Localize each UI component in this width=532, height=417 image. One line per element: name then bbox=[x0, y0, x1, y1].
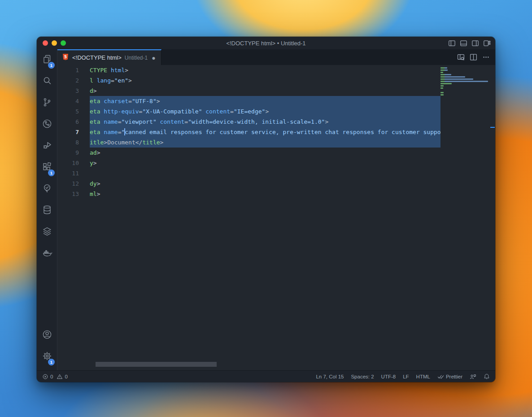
overview-ruler[interactable] bbox=[490, 65, 495, 370]
tab-label: <!DOCTYPE html> bbox=[72, 54, 122, 61]
line-number: 13 bbox=[57, 189, 90, 199]
modified-dot-icon[interactable]: ● bbox=[152, 54, 155, 61]
code-line[interactable]: 3d> bbox=[57, 86, 440, 96]
customize-layout-icon[interactable] bbox=[483, 39, 491, 47]
window-title: <!DOCTYPE html> • Untitled-1 bbox=[226, 40, 305, 47]
minimize-button[interactable] bbox=[52, 40, 57, 46]
code-line[interactable]: 12dy> bbox=[57, 178, 440, 189]
code-lines: 1CTYPE html>2l lang="en">3d>4eta charset… bbox=[57, 65, 440, 199]
html5-file-icon: 5 bbox=[62, 53, 69, 62]
code-line[interactable]: 13ml> bbox=[57, 189, 440, 199]
line-text: eta charset="UTF-8"> bbox=[90, 96, 440, 106]
feedback-icon[interactable] bbox=[470, 374, 476, 380]
minimap-line bbox=[440, 92, 444, 93]
sidebar-item-extensions[interactable]: 1 bbox=[37, 157, 57, 178]
line-text: eta name="canned email responses for cus… bbox=[90, 127, 440, 137]
run-debug-icon bbox=[42, 140, 52, 152]
code-line[interactable]: 6eta name="viewport" content="width=devi… bbox=[57, 117, 440, 127]
minimap-line bbox=[440, 83, 452, 84]
line-text: CTYPE html> bbox=[90, 65, 440, 75]
toggle-panel-icon[interactable] bbox=[460, 39, 467, 47]
code-line[interactable]: 4eta charset="UTF-8"> bbox=[57, 96, 440, 106]
line-number: 10 bbox=[57, 158, 90, 168]
line-number: 2 bbox=[57, 75, 90, 86]
line-text bbox=[90, 168, 440, 178]
double-check-icon bbox=[437, 374, 444, 379]
line-number: 12 bbox=[57, 178, 90, 189]
open-preview-icon[interactable] bbox=[457, 53, 465, 61]
extensions-badge: 1 bbox=[48, 169, 55, 176]
line-number: 1 bbox=[57, 65, 90, 75]
minimap[interactable] bbox=[440, 65, 490, 370]
code-line[interactable]: 8itle>Document</title> bbox=[57, 137, 440, 148]
problems-indicator[interactable]: 0 0 bbox=[42, 374, 68, 380]
warning-icon bbox=[57, 374, 63, 380]
sidebar-item-accounts[interactable] bbox=[37, 325, 57, 346]
tab-bar: 5 <!DOCTYPE html> Untitled-1 ● bbox=[57, 49, 495, 65]
toggle-secondary-sidebar-icon[interactable] bbox=[471, 39, 479, 47]
sidebar-item-run-debug[interactable] bbox=[37, 135, 57, 157]
code-line[interactable]: 10y> bbox=[57, 158, 440, 168]
code-line[interactable]: 2l lang="en"> bbox=[57, 75, 440, 86]
sidebar-item-git-graph[interactable] bbox=[37, 114, 57, 135]
code-line[interactable]: 7eta name="canned email responses for cu… bbox=[57, 127, 440, 137]
minimap-line bbox=[440, 67, 447, 69]
search-icon bbox=[42, 75, 52, 88]
minimap-line bbox=[440, 94, 444, 96]
git-graph-icon bbox=[42, 118, 52, 131]
code-line[interactable]: 11 bbox=[57, 168, 440, 178]
minimap-line bbox=[440, 87, 443, 89]
sidebar-item-database[interactable] bbox=[37, 200, 57, 222]
line-number: 7 bbox=[57, 127, 90, 137]
settings-badge: 1 bbox=[48, 359, 55, 365]
status-eol[interactable]: LF bbox=[403, 374, 409, 379]
bell-icon[interactable] bbox=[484, 373, 490, 380]
toggle-primary-sidebar-icon[interactable] bbox=[448, 39, 456, 47]
sidebar-item-docker[interactable] bbox=[37, 243, 57, 265]
minimap-line bbox=[440, 76, 465, 78]
line-number: 9 bbox=[57, 148, 90, 158]
explorer-badge: 1 bbox=[48, 62, 55, 69]
title-bar[interactable]: <!DOCTYPE html> • Untitled-1 bbox=[37, 37, 495, 49]
tab-untitled-1[interactable]: 5 <!DOCTYPE html> Untitled-1 ● bbox=[57, 49, 161, 65]
minimap-line bbox=[440, 70, 448, 71]
status-indentation[interactable]: Spaces: 2 bbox=[351, 374, 374, 379]
line-number: 11 bbox=[57, 168, 90, 178]
zoom-button[interactable] bbox=[61, 40, 66, 46]
database-icon bbox=[42, 204, 52, 217]
more-actions-icon[interactable] bbox=[482, 53, 490, 61]
error-count: 0 bbox=[50, 374, 53, 379]
sidebar-item-explorer[interactable]: 1 bbox=[37, 49, 57, 71]
code-editor[interactable]: 1CTYPE html>2l lang="en">3d>4eta charset… bbox=[57, 65, 495, 370]
sidebar-item-settings[interactable]: 1 bbox=[37, 346, 57, 368]
line-text: y> bbox=[90, 158, 440, 168]
minimap-line bbox=[440, 85, 444, 87]
formatter-label: Prettier bbox=[446, 374, 462, 379]
line-number: 3 bbox=[57, 86, 90, 96]
line-text: d> bbox=[90, 86, 440, 96]
traffic-lights bbox=[43, 37, 66, 49]
status-formatter[interactable]: Prettier bbox=[437, 374, 462, 379]
sidebar-item-testing[interactable] bbox=[37, 178, 57, 200]
minimap-line bbox=[440, 81, 488, 82]
line-number: 5 bbox=[57, 106, 90, 117]
docker-icon bbox=[42, 248, 52, 260]
status-cursor-position[interactable]: Ln 7, Col 15 bbox=[316, 374, 344, 379]
status-encoding[interactable]: UTF-8 bbox=[381, 374, 396, 379]
line-text: eta http-equiv="X-UA-Compatible" content… bbox=[90, 106, 440, 117]
svg-text:5: 5 bbox=[64, 55, 67, 59]
sidebar-item-source-control[interactable] bbox=[37, 92, 57, 114]
code-line[interactable]: 9ad> bbox=[57, 148, 440, 158]
close-button[interactable] bbox=[43, 40, 48, 46]
split-editor-icon[interactable] bbox=[470, 53, 477, 61]
code-line[interactable]: 5eta http-equiv="X-UA-Compatible" conten… bbox=[57, 106, 440, 117]
source-control-icon bbox=[42, 97, 52, 109]
horizontal-scrollbar[interactable] bbox=[96, 362, 217, 367]
sidebar-item-layers[interactable] bbox=[37, 222, 57, 243]
error-icon bbox=[42, 374, 48, 380]
tab-secondary-label: Untitled-1 bbox=[125, 55, 148, 61]
code-line[interactable]: 1CTYPE html> bbox=[57, 65, 440, 75]
status-language-mode[interactable]: HTML bbox=[416, 374, 430, 379]
layers-icon bbox=[42, 226, 52, 239]
sidebar-item-search[interactable] bbox=[37, 71, 57, 92]
